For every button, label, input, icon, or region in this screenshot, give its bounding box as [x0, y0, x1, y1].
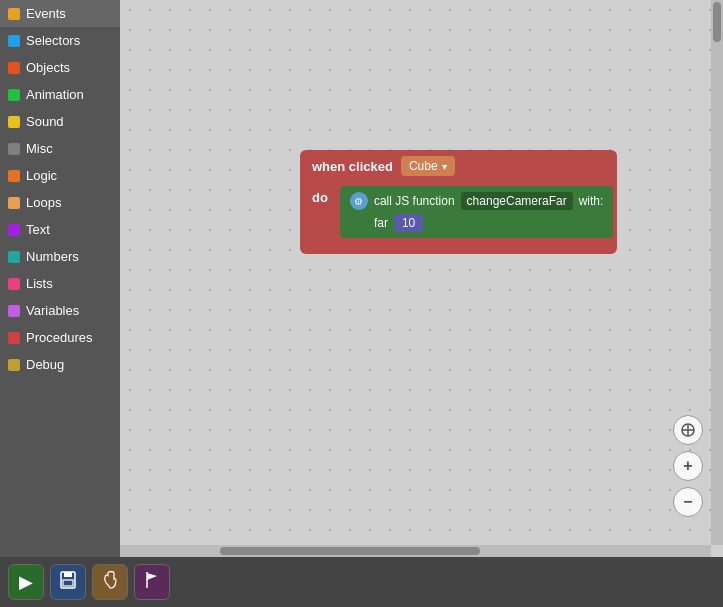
debug-dot [8, 359, 20, 371]
sidebar-item-sound[interactable]: Sound [0, 108, 120, 135]
vertical-scrollbar[interactable] [711, 0, 723, 545]
logic-label: Logic [26, 168, 57, 183]
cube-selector-label: Cube [409, 159, 438, 173]
cube-selector[interactable]: Cube ▾ [401, 156, 455, 176]
block-do-bottom-row: far 10 [350, 214, 603, 232]
objects-dot [8, 62, 20, 74]
animation-label: Animation [26, 87, 84, 102]
procedures-label: Procedures [26, 330, 92, 345]
block-bottom [300, 242, 617, 254]
far-label: far [374, 216, 388, 230]
loops-dot [8, 197, 20, 209]
vertical-scrollbar-thumb[interactable] [713, 2, 721, 42]
sidebar-item-animation[interactable]: Animation [0, 81, 120, 108]
sidebar-item-objects[interactable]: Objects [0, 54, 120, 81]
hand-button[interactable] [92, 564, 128, 600]
save-icon [58, 570, 78, 595]
text-dot [8, 224, 20, 236]
events-dot [8, 8, 20, 20]
fn-name-badge: changeCameraFar [461, 192, 573, 210]
variables-label: Variables [26, 303, 79, 318]
sidebar-item-variables[interactable]: Variables [0, 297, 120, 324]
chevron-down-icon: ▾ [442, 161, 447, 172]
sidebar-item-logic[interactable]: Logic [0, 162, 120, 189]
misc-dot [8, 143, 20, 155]
block-do-top-row: ⚙ call JS function changeCameraFar with: [350, 192, 603, 210]
numbers-dot [8, 251, 20, 263]
sound-dot [8, 116, 20, 128]
zoom-in-button[interactable]: + [673, 451, 703, 481]
text-label: Text [26, 222, 50, 237]
block-container: when clicked Cube ▾ do ⚙ call JS functio… [300, 150, 617, 254]
flag-button[interactable] [134, 564, 170, 600]
objects-label: Objects [26, 60, 70, 75]
sidebar-item-lists[interactable]: Lists [0, 270, 120, 297]
lists-label: Lists [26, 276, 53, 291]
horizontal-scrollbar-thumb[interactable] [220, 547, 480, 555]
plus-icon: + [683, 457, 692, 475]
do-label: do [300, 182, 340, 242]
loops-label: Loops [26, 195, 61, 210]
flag-icon [142, 570, 162, 595]
numbers-label: Numbers [26, 249, 79, 264]
misc-label: Misc [26, 141, 53, 156]
gear-icon: ⚙ [350, 192, 368, 210]
bottom-toolbar: ▶ [0, 557, 723, 607]
with-label: with: [579, 194, 604, 208]
play-icon: ▶ [19, 571, 33, 593]
sidebar-item-misc[interactable]: Misc [0, 135, 120, 162]
number-badge[interactable]: 10 [394, 214, 423, 232]
minus-icon: − [683, 493, 692, 511]
sidebar-item-text[interactable]: Text [0, 216, 120, 243]
sidebar-item-numbers[interactable]: Numbers [0, 243, 120, 270]
block-do-row: do ⚙ call JS function changeCameraFar wi… [300, 182, 617, 242]
block-do-inner: ⚙ call JS function changeCameraFar with:… [340, 186, 613, 238]
call-js-label: call JS function [374, 194, 455, 208]
main-area: EventsSelectorsObjectsAnimationSoundMisc… [0, 0, 723, 557]
events-label: Events [26, 6, 66, 21]
selectors-label: Selectors [26, 33, 80, 48]
play-button[interactable]: ▶ [8, 564, 44, 600]
svg-rect-5 [63, 580, 73, 586]
hand-icon [100, 570, 120, 595]
svg-rect-4 [64, 572, 72, 577]
animation-dot [8, 89, 20, 101]
save-button[interactable] [50, 564, 86, 600]
zoom-controls: + − [673, 415, 703, 517]
sidebar-item-procedures[interactable]: Procedures [0, 324, 120, 351]
procedures-dot [8, 332, 20, 344]
zoom-center-button[interactable] [673, 415, 703, 445]
when-clicked-label: when clicked [312, 159, 393, 174]
sidebar-item-debug[interactable]: Debug [0, 351, 120, 378]
selectors-dot [8, 35, 20, 47]
variables-dot [8, 305, 20, 317]
lists-dot [8, 278, 20, 290]
zoom-out-button[interactable]: − [673, 487, 703, 517]
sidebar-item-loops[interactable]: Loops [0, 189, 120, 216]
sidebar-item-events[interactable]: Events [0, 0, 120, 27]
horizontal-scrollbar[interactable] [120, 545, 711, 557]
sidebar-item-selectors[interactable]: Selectors [0, 27, 120, 54]
sidebar: EventsSelectorsObjectsAnimationSoundMisc… [0, 0, 120, 557]
sound-label: Sound [26, 114, 64, 129]
canvas-area[interactable]: when clicked Cube ▾ do ⚙ call JS functio… [120, 0, 723, 557]
debug-label: Debug [26, 357, 64, 372]
logic-dot [8, 170, 20, 182]
block-when-clicked[interactable]: when clicked Cube ▾ [300, 150, 617, 182]
